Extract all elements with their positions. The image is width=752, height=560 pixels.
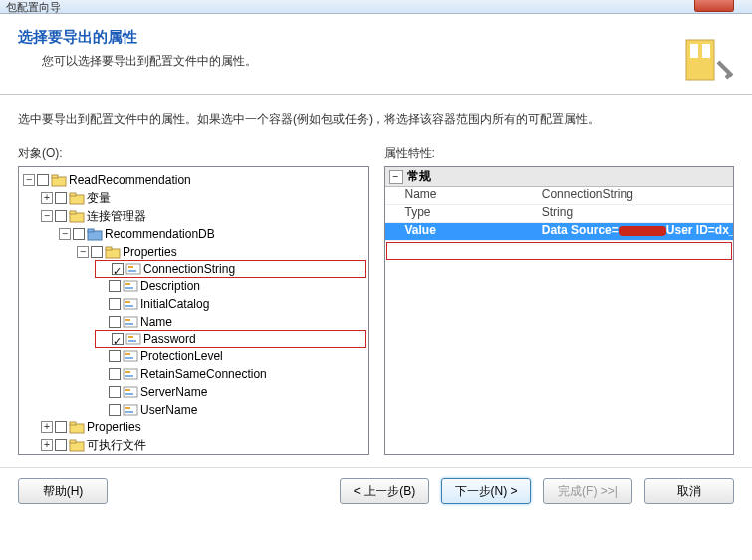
window-close-button[interactable] (694, 0, 734, 12)
checkbox[interactable] (109, 298, 121, 310)
svg-rect-30 (125, 357, 133, 359)
expand-toggle[interactable]: + (41, 439, 53, 451)
checkbox[interactable] (109, 316, 121, 328)
checkbox[interactable] (55, 192, 67, 204)
tree-node-protectionlevel[interactable]: ProtectionLevel (95, 347, 366, 365)
svg-rect-27 (128, 340, 136, 342)
redacted-text (619, 226, 666, 236)
tree-node-connectionstring[interactable]: ConnectionString (95, 260, 366, 278)
wizard-footer: 帮助(H) < 上一步(B) 下一步(N) > 完成(F) >>| 取消 (0, 467, 752, 514)
tree-label: 可执行文件 (87, 436, 146, 454)
svg-rect-35 (125, 389, 130, 391)
svg-rect-41 (70, 422, 76, 425)
tree-node-servername[interactable]: ServerName (95, 383, 366, 401)
checkbox[interactable] (55, 421, 67, 433)
tree-label: Properties (123, 243, 177, 261)
expand-toggle[interactable]: − (77, 246, 89, 258)
objects-tree[interactable]: − ReadRecommendation +变量 −连接管理器 (19, 167, 368, 455)
expand-toggle[interactable]: − (23, 174, 35, 186)
tree-label: Password (143, 330, 196, 348)
tree-node-properties-pkg[interactable]: +Properties (41, 419, 366, 436)
cancel-button[interactable]: 取消 (644, 478, 734, 504)
checkbox[interactable] (55, 210, 67, 222)
checkbox[interactable] (109, 280, 121, 292)
tree-label: ProtectionLevel (140, 347, 223, 365)
grid-section-header[interactable]: − 常规 (385, 167, 734, 187)
tree-node-variables[interactable]: +变量 (41, 189, 366, 207)
property-grid: − 常规 Name ConnectionString Type String V… (384, 166, 735, 455)
property-icon (123, 367, 138, 381)
tree-node-connectionmanagers[interactable]: −连接管理器 (41, 207, 366, 225)
folder-icon (69, 438, 85, 452)
tree-label: RecommendationDB (105, 225, 215, 243)
checkbox[interactable] (109, 350, 121, 362)
svg-rect-1 (690, 44, 698, 58)
svg-rect-12 (106, 247, 112, 250)
next-button[interactable]: 下一步(N) > (441, 478, 531, 504)
help-button[interactable]: 帮助(H) (18, 478, 108, 504)
tree-node-recommendationdb[interactable]: −RecommendationDB (59, 225, 366, 243)
svg-rect-4 (52, 175, 58, 178)
tree-node-retainsameconnection[interactable]: RetainSameConnection (95, 365, 366, 383)
checkbox[interactable] (112, 333, 124, 345)
tree-node-description[interactable]: Description (95, 277, 366, 295)
tree-node-username[interactable]: UserName (95, 401, 366, 419)
svg-rect-20 (125, 301, 130, 303)
database-icon (87, 227, 103, 241)
wizard-header: 选择要导出的属性 您可以选择要导出到配置文件中的属性。 (0, 14, 752, 94)
expand-toggle[interactable]: + (41, 421, 53, 433)
tree-node-name[interactable]: Name (95, 313, 366, 331)
grid-row-type[interactable]: Type String (385, 205, 734, 223)
properties-pane: 属性特性: − 常规 Name ConnectionString Type St… (384, 145, 735, 455)
property-icon (125, 262, 141, 276)
grid-row-name[interactable]: Name ConnectionString (385, 187, 734, 205)
tree-node-properties[interactable]: −Properties (77, 243, 366, 261)
checkbox[interactable] (55, 439, 67, 451)
checkbox[interactable] (112, 263, 124, 275)
tree-label: Description (140, 277, 200, 295)
tree-label: RetainSameConnection (140, 365, 267, 383)
checkbox[interactable] (91, 246, 103, 258)
collapse-toggle[interactable]: − (389, 170, 403, 184)
svg-rect-31 (124, 369, 137, 379)
checkbox[interactable] (37, 174, 49, 186)
svg-rect-17 (125, 283, 130, 285)
grid-value[interactable]: Data Source=User ID=dx_l (542, 223, 733, 240)
svg-rect-39 (125, 411, 133, 413)
wizard-icon (676, 32, 734, 90)
svg-rect-24 (125, 323, 133, 325)
svg-rect-13 (126, 264, 140, 274)
svg-rect-22 (124, 317, 137, 327)
grid-row-value[interactable]: Value Data Source=User ID=dx_l (385, 223, 734, 241)
expand-toggle[interactable]: + (41, 192, 53, 204)
expand-toggle[interactable]: − (41, 210, 53, 222)
objects-pane: 对象(O): − ReadRecommendation +变量 (18, 145, 369, 455)
tree-node-executables[interactable]: +可执行文件 (41, 436, 366, 454)
svg-rect-10 (88, 229, 94, 232)
svg-rect-32 (125, 371, 130, 373)
checkbox[interactable] (73, 228, 85, 240)
svg-rect-29 (125, 353, 130, 355)
folder-icon (69, 191, 85, 205)
svg-rect-2 (702, 44, 710, 58)
svg-rect-19 (124, 299, 137, 309)
back-button[interactable]: < 上一步(B) (340, 478, 429, 504)
tree-label: 变量 (87, 189, 111, 207)
checkbox[interactable] (109, 404, 121, 416)
property-icon (123, 315, 138, 329)
tree-node-password[interactable]: Password (95, 330, 366, 348)
property-icon (123, 349, 138, 363)
tree-node-root[interactable]: − ReadRecommendation (23, 171, 366, 189)
grid-value: ConnectionString (542, 187, 733, 204)
checkbox[interactable] (109, 386, 121, 398)
tree-label: Name (140, 313, 172, 331)
tree-node-initialcatalog[interactable]: InitialCatalog (95, 295, 366, 313)
svg-rect-25 (126, 334, 140, 344)
property-icon (123, 297, 138, 311)
finish-button: 完成(F) >>| (543, 478, 632, 504)
folder-icon (69, 420, 85, 434)
tree-label: ReadRecommendation (69, 171, 191, 189)
checkbox[interactable] (109, 368, 121, 380)
svg-rect-16 (124, 281, 137, 291)
expand-toggle[interactable]: − (59, 228, 71, 240)
